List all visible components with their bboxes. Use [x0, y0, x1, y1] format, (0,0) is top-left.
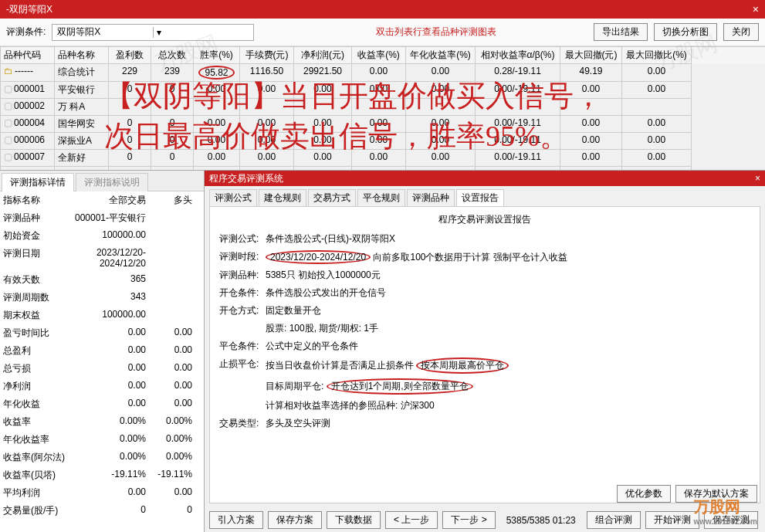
stats-label: 交易量(股/手): [3, 504, 69, 517]
condition-combo[interactable]: 双阴等阳X ▾: [52, 24, 254, 41]
load-scheme-button[interactable]: 引入方案: [209, 511, 263, 529]
switch-chart-button[interactable]: 切换分析图: [654, 23, 717, 41]
stats-row: 期末权益100000.00: [3, 307, 201, 324]
doc-icon: ▢: [4, 117, 12, 128]
table-row[interactable]: ▢000006深振业A000.000.000.000.000.000.00/-1…: [1, 133, 765, 150]
combo-eval-button[interactable]: 组合评测: [587, 511, 641, 529]
grid-cell: 0.00: [406, 82, 476, 99]
grid-cell: 0.00: [194, 116, 240, 133]
grid-cell: 国华网安: [55, 116, 109, 133]
save-scheme-button[interactable]: 保存方案: [268, 511, 322, 529]
inner-tab[interactable]: 平仓规则: [357, 189, 405, 206]
stats-label: 评测日期: [3, 247, 69, 269]
stats-row: 评测品种000001-平安银行: [3, 209, 201, 227]
stats-row: 评测日期2023/12/20-2024/12/20: [3, 245, 201, 271]
report-line: 平仓条件:公式中定义的平仓条件: [219, 340, 750, 353]
stats-val2: 0.00: [146, 380, 192, 393]
save-default-button[interactable]: 保存为默认方案: [675, 485, 757, 503]
grid-header[interactable]: 最大回撤比(%): [622, 47, 692, 64]
save-eval-button[interactable]: 保存评测: [704, 511, 758, 529]
inner-tab[interactable]: 设置报告: [456, 189, 504, 206]
stats-val2: -19.11%: [146, 469, 192, 482]
grid-header[interactable]: 净利润(元): [294, 47, 352, 64]
report-value: 固定数量开仓: [266, 304, 750, 317]
stats-label: 期末权益: [3, 309, 69, 322]
report-body: 程序交易评测设置报告 评测公式:条件选股公式-(日线)-双阴等阳X评测时段:20…: [209, 206, 760, 503]
grid-cell: 0.00: [406, 64, 476, 82]
grid-cell: 0.00: [406, 150, 476, 167]
prev-step-button[interactable]: < 上一步: [385, 511, 438, 529]
stats-label: 收益率(贝塔): [3, 469, 69, 482]
table-row[interactable]: ▢000001平安银行000.000.000.000.000.000.00/-1…: [1, 82, 765, 99]
grid-cell: 0.00/-19.11: [476, 82, 560, 99]
next-step-button[interactable]: 下一步 >: [442, 511, 495, 529]
download-data-button[interactable]: 下载数据: [327, 511, 381, 529]
grid-cell: 0.00: [240, 150, 294, 167]
grid-header[interactable]: 品种名称: [55, 47, 109, 64]
grid-cell: 0.00: [294, 82, 352, 99]
grid-cell: 0.00: [240, 133, 294, 150]
inner-titlebar: 程序交易评测系统 ×: [205, 171, 765, 186]
stats-val: -19.11%: [69, 469, 146, 482]
grid-cell: 229: [109, 64, 151, 82]
inner-tab[interactable]: 交易方式: [308, 189, 356, 206]
grid-cell: 0.00: [406, 133, 476, 150]
close-icon[interactable]: ×: [755, 171, 760, 186]
inner-tab[interactable]: 建仓规则: [259, 189, 306, 206]
stats-val: 2023/12/20-2024/12/20: [69, 247, 146, 269]
grid-cell: ▢000004: [1, 116, 55, 133]
stats-val2: [146, 229, 192, 242]
report-label: 止损平仓:: [219, 357, 266, 374]
grid-cell: [240, 99, 294, 116]
close-button[interactable]: 关闭: [723, 23, 759, 41]
table-row[interactable]: ▢000002万 科A: [1, 99, 765, 116]
stats-label: 年化收益率: [3, 433, 69, 446]
grid-header[interactable]: 最大回撤(元): [560, 47, 622, 64]
stats-hdr-name: 指标名称: [3, 194, 69, 207]
tab-indicator-detail[interactable]: 评测指标详情: [2, 173, 74, 191]
report-value: 2023/12/20-2024/12/20 向前多取100个数据用于计算 强制平…: [266, 250, 750, 264]
grid-cell: 0.00: [294, 150, 352, 167]
grid-header[interactable]: 盈利数: [109, 47, 151, 64]
hint-text: 双击列表行查看品种评测图表: [376, 25, 496, 39]
grid-cell: 0.00: [560, 133, 622, 150]
footer-buttons: 引入方案 保存方案 下载数据 < 上一步 下一步 > 5385/5385 01:…: [205, 508, 765, 532]
grid-cell: 全新好: [55, 150, 109, 167]
stats-hdr-all: 全部交易: [69, 194, 146, 207]
start-eval-button[interactable]: 开始评测: [645, 511, 699, 529]
inner-tab[interactable]: 评测品种: [407, 189, 455, 206]
report-value: 公式中定义的平仓条件: [266, 340, 750, 353]
report-label: 平仓条件:: [219, 340, 266, 353]
report-line: 目标周期平仓: 开仓达到1个周期,则全部数量平仓: [219, 378, 750, 395]
table-row[interactable]: ▢000007全新好000.000.000.000.000.000.00/-19…: [1, 150, 765, 167]
stats-val2: [146, 273, 192, 286]
report-value: 条件选股公式发出的开仓信号: [266, 286, 750, 300]
stats-val: 365: [69, 273, 146, 286]
table-row[interactable]: 🗀------综合统计22923995.821116.5029921.500.0…: [1, 64, 765, 82]
left-panel: 评测指标详情 评测指标说明 指标名称 全部交易 多头 评测品种000001-平安…: [0, 171, 205, 532]
stats-val: 0.00%: [69, 433, 146, 446]
grid-header[interactable]: 胜率(%): [194, 47, 240, 64]
optimize-button[interactable]: 优化参数: [617, 485, 671, 503]
stats-val: 0.00%: [69, 415, 146, 429]
tab-indicator-desc[interactable]: 评测指标说明: [76, 173, 148, 191]
grid-header[interactable]: 相对收益率α/β(%): [476, 47, 560, 64]
grid-cell: 0.00: [352, 133, 406, 150]
grid-header[interactable]: 品种代码: [1, 47, 55, 64]
stats-val2: 0.00: [146, 344, 192, 357]
stats-hdr-long: 多头: [146, 194, 192, 207]
stats-val: 0: [69, 504, 146, 517]
report-line: 评测公式:条件选股公式-(日线)-双阴等阳X: [219, 232, 750, 246]
table-row[interactable]: ▢000004国华网安000.000.000.000.000.000.00/-1…: [1, 116, 765, 133]
report-label: 评测品种:: [219, 269, 266, 282]
close-icon[interactable]: ×: [753, 0, 759, 19]
grid-header[interactable]: 手续费(元): [240, 47, 294, 64]
grid-cell: 0: [151, 150, 194, 167]
grid-cell: 0.00: [560, 82, 622, 99]
chevron-down-icon[interactable]: ▾: [153, 27, 253, 38]
grid-header[interactable]: 收益率(%): [352, 47, 406, 64]
grid-header[interactable]: 年化收益率(%): [406, 47, 476, 64]
export-button[interactable]: 导出结果: [594, 23, 648, 41]
grid-header[interactable]: 总次数: [151, 47, 194, 64]
inner-tab[interactable]: 评测公式: [209, 189, 257, 206]
